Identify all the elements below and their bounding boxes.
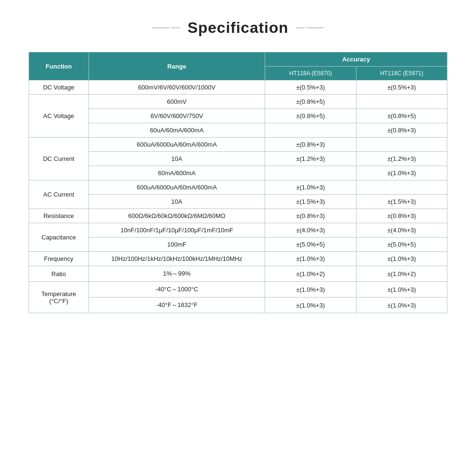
cell-range: 10nF/100nF/1μF/10μF/100μF/1mF/10mF: [89, 223, 265, 238]
cell-range: -40°F～1832°F: [89, 298, 265, 313]
cell-ht118a: ±(5.0%+5): [265, 238, 356, 252]
cell-ht118c: ±(0.8%+3): [356, 123, 447, 138]
spec-table: Function Range Accuracy HT118A (E5870) H…: [29, 52, 447, 313]
cell-function: Capacitance: [29, 223, 89, 252]
cell-ht118a: ±(1.2%+3): [265, 152, 356, 166]
cell-ht118c: ±(4.0%+3): [356, 223, 447, 238]
cell-ht118c: ±(1.0%+3): [356, 282, 447, 298]
cell-range: 600mV/6V/60V/600V/1000V: [89, 80, 265, 95]
table-row: Temperature (°C/°F)-40°C～1000°C±(1.0%+3)…: [29, 282, 447, 298]
cell-range: 1%～99%: [89, 266, 265, 282]
cell-range: 60mA/600mA: [89, 166, 265, 180]
cell-range: 60uA/60mA/600mA: [89, 123, 265, 138]
header-ht118a: HT118A (E5870): [265, 67, 356, 80]
cell-ht118c: ±(1.0%+3): [356, 166, 447, 180]
cell-range: 6V/60V/600V/750V: [89, 109, 265, 123]
left-decoration: [152, 28, 180, 29]
table-row: -40°F～1832°F±(1.0%+3)±(1.0%+3): [29, 298, 447, 313]
right-decoration: [296, 28, 324, 29]
cell-ht118a: ±(1.0%+3): [265, 180, 356, 195]
table-row: Ratio1%～99%±(1.0%+2)±(1.0%+2): [29, 266, 447, 282]
table-row: Capacitance10nF/100nF/1μF/10μF/100μF/1mF…: [29, 223, 447, 238]
table-row: AC Voltage600mV±(0.8%+5): [29, 95, 447, 109]
cell-ht118a: ±(1.0%+3): [265, 298, 356, 313]
cell-ht118c: ±(0.5%+3): [356, 80, 447, 95]
table-row: 60mA/600mA±(1.0%+3): [29, 166, 447, 180]
cell-function: Frequency: [29, 252, 89, 266]
cell-range: 600uA/6000uA/60mA/600mA: [89, 138, 265, 152]
deco-line-2: [171, 28, 180, 29]
deco-line-1: [152, 28, 169, 29]
cell-ht118a: ±(0.8%+3): [265, 138, 356, 152]
table-row: 60uA/60mA/600mA±(0.8%+3): [29, 123, 447, 138]
cell-ht118a: ±(0.8%+5): [265, 95, 356, 109]
page-title: Specification: [188, 19, 288, 37]
cell-ht118a: ±(4.0%+3): [265, 223, 356, 238]
cell-range: 100mF: [89, 238, 265, 252]
header-ht118c: HT118C (E5871): [356, 67, 447, 80]
deco-line-4: [307, 28, 324, 29]
table-row: DC Current600uA/6000uA/60mA/600mA±(0.8%+…: [29, 138, 447, 152]
cell-function: Ratio: [29, 266, 89, 282]
cell-ht118a: ±(0.5%+3): [265, 80, 356, 95]
cell-function: Temperature (°C/°F): [29, 282, 89, 313]
cell-ht118c: ±(1.0%+2): [356, 266, 447, 282]
title-container: Specification: [29, 19, 447, 37]
cell-range: 600Ω/6kΩ/60kΩ/600kΩ/6MΩ/60MΩ: [89, 209, 265, 223]
cell-range: 10A: [89, 195, 265, 209]
cell-range: 600uA/6000uA/60mA/600mA: [89, 180, 265, 195]
cell-ht118c: ±(1.0%+3): [356, 298, 447, 313]
deco-line-3: [296, 28, 305, 29]
table-row: 10A±(1.5%+3)±(1.5%+3): [29, 195, 447, 209]
cell-ht118a: ±(0.8%+3): [265, 209, 356, 223]
cell-range: 10Hz/100Hz/1kHz/10kHz/100kHz/1MHz/10MHz: [89, 252, 265, 266]
table-row: Frequency10Hz/100Hz/1kHz/10kHz/100kHz/1M…: [29, 252, 447, 266]
cell-ht118c: ±(1.0%+3): [356, 252, 447, 266]
cell-function: AC Voltage: [29, 95, 89, 138]
table-row: 6V/60V/600V/750V±(0.8%+5)±(0.8%+5): [29, 109, 447, 123]
table-row: DC Voltage600mV/6V/60V/600V/1000V±(0.5%+…: [29, 80, 447, 95]
cell-ht118c: [356, 138, 447, 152]
cell-range: -40°C～1000°C: [89, 282, 265, 298]
cell-ht118a: [265, 123, 356, 138]
cell-ht118a: ±(1.0%+3): [265, 282, 356, 298]
cell-ht118c: ±(0.8%+5): [356, 109, 447, 123]
cell-range: 10A: [89, 152, 265, 166]
cell-range: 600mV: [89, 95, 265, 109]
cell-ht118a: ±(1.0%+2): [265, 266, 356, 282]
table-row: AC Current600uA/6000uA/60mA/600mA±(1.0%+…: [29, 180, 447, 195]
cell-ht118c: ±(1.2%+3): [356, 152, 447, 166]
cell-ht118c: ±(0.8%+3): [356, 209, 447, 223]
cell-function: DC Current: [29, 138, 89, 180]
table-row: Resistance600Ω/6kΩ/60kΩ/600kΩ/6MΩ/60MΩ±(…: [29, 209, 447, 223]
cell-ht118a: ±(1.0%+3): [265, 252, 356, 266]
cell-ht118c: ±(5.0%+5): [356, 238, 447, 252]
cell-function: AC Current: [29, 180, 89, 209]
cell-ht118c: [356, 95, 447, 109]
cell-ht118a: ±(1.5%+3): [265, 195, 356, 209]
header-range: Range: [89, 52, 265, 80]
cell-ht118a: ±(0.8%+5): [265, 109, 356, 123]
header-accuracy: Accuracy: [265, 52, 447, 67]
table-row: 100mF±(5.0%+5)±(5.0%+5): [29, 238, 447, 252]
cell-ht118c: [356, 180, 447, 195]
cell-function: Resistance: [29, 209, 89, 223]
cell-ht118a: [265, 166, 356, 180]
table-row: 10A±(1.2%+3)±(1.2%+3): [29, 152, 447, 166]
cell-function: DC Voltage: [29, 80, 89, 95]
header-function: Function: [29, 52, 89, 80]
cell-ht118c: ±(1.5%+3): [356, 195, 447, 209]
